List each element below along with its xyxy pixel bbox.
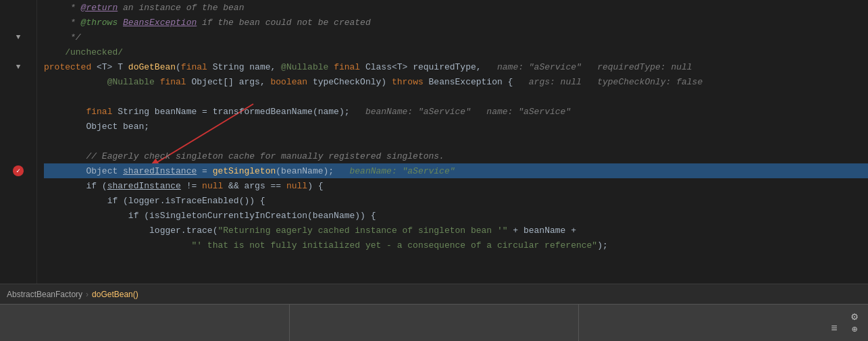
line6-bool: boolean [271,77,308,87]
code-line-6: @Nullable final Object[] args, boolean t… [44,74,868,89]
line16-logger: logger.trace( [149,226,218,236]
line17-string: "' that is not fully initialized yet - a… [191,240,597,251]
left-gutter: ▼ ▼ [0,0,37,284]
breadcrumb-class: AbstractBeanFactory [7,290,82,299]
line12-hint: beanName: "aService" [350,166,455,176]
line17-indent [44,240,191,251]
code-line-17: "' that is not fully initialized yet - a… [44,238,868,253]
line5-nullable: @Nullable [281,62,328,72]
gutter-row-15 [0,208,36,223]
line9-obj: Object bean; [86,122,149,132]
line13-neq: != [181,181,202,191]
code-line-10 [44,134,868,149]
line6-exception: BeansException { [424,77,529,87]
line6-space [155,77,160,87]
line12-args: (beanName); [276,166,349,176]
line6-args: Object[] args, [186,77,271,87]
line17-close: ); [597,240,608,251]
line3-close-comment: */ [44,32,81,43]
line12-eq: = [197,166,212,176]
bottom-bar: ⚙ ≡ ⊕ [0,304,868,341]
line5-string: String name, [207,62,281,72]
line4-indent [44,47,65,57]
line6-typecheck: typeCheckOnly) [307,77,392,87]
line11-indent [44,151,86,161]
fold-icon-3[interactable]: ▼ [16,33,21,41]
line12-shared: sharedInstance [123,166,197,176]
breakpoint-icon[interactable] [13,165,24,176]
code-line-9: Object bean; [44,119,868,134]
line1-text: an instance of the bean [118,3,244,13]
code-line-3: */ [44,30,868,45]
gutter-row-14 [0,193,36,208]
line2-desc: if the bean could not be created [197,18,370,28]
code-line-4: /unchecked/ [44,45,868,59]
code-lines: * @return an instance of the bean * @thr… [44,0,868,253]
line1-return: @return [81,3,118,13]
line13-null1: null [202,181,223,191]
breadcrumb-method: doGetBean() [92,290,138,299]
gutter-row-3: ▼ [0,30,36,45]
bottom-section-1 [0,305,290,341]
line5-method: doGetBean [128,62,176,72]
line2-space [118,18,123,28]
breadcrumb-separator: › [86,290,88,299]
line6-throws: throws [392,77,424,87]
line13-shared: sharedInstance [107,181,181,191]
line2-throws: @throws [81,18,118,28]
code-line-1: * @return an instance of the bean [44,0,868,15]
code-line-13: if ( sharedInstance != null && args == n… [44,178,868,193]
line11-comment: // Eagerly check singleton cache for man… [86,151,444,161]
line13-if: if ( [86,181,107,191]
line5-final1: final [181,62,207,72]
line16-indent [44,226,149,236]
gutter-row-2 [0,15,36,30]
bottom-sections: ⚙ ≡ ⊕ [0,305,868,341]
line13-null2: null [286,181,307,191]
code-line-14: if (logger.isTraceEnabled()) { [44,193,868,208]
list-icon[interactable]: ≡ [826,321,842,337]
line6-nullable: @Nullable [107,77,155,87]
line5-generic: <T> T [91,62,128,72]
line5-protected: protected [44,62,91,72]
gutter-row-8 [0,104,36,119]
code-line-2: * @throws BeansException if the bean cou… [44,15,868,30]
line8-indent [44,107,86,117]
line5-final2: final [334,62,360,72]
code-line-16: logger.trace( "Returning eagerly cached … [44,223,868,238]
line12-indent [44,166,86,176]
line8-string: String beanName = transformedBeanName(na… [112,107,365,117]
gutter-row-17 [0,238,36,253]
gutter-row-12[interactable] [0,163,36,178]
line16-concat: + beanName + [508,226,576,236]
line14-if: if (logger.isTraceEnabled()) { [107,196,265,206]
line12-obj: Object [86,166,123,176]
bottom-section-2 [290,305,580,341]
code-line-12: Object sharedInstance = getSingleton (be… [44,163,868,178]
code-line-8: final String beanName = transformedBeanN… [44,104,868,119]
fold-icon-5[interactable]: ▼ [16,63,21,71]
gutter-row-13 [0,178,36,193]
line5-space [328,62,334,72]
gutter-row-4 [0,45,36,59]
line13-indent [44,181,86,191]
editor-container: ▼ ▼ [0,0,868,341]
gutter-row-7 [0,89,36,104]
line15-if: if (isSingletonCurrentlyInCreation(beanN… [128,211,376,221]
bottom-section-3: ⚙ ≡ ⊕ [579,305,868,341]
line6-indent [44,77,107,87]
line8-hint: beanName: "aService" name: "aService" [365,107,571,117]
line6-final: final [160,77,186,87]
line5-hint: name: "aService" requiredType: null [497,62,692,72]
line5-paren: ( [176,62,181,72]
code-line-15: if (isSingletonCurrentlyInCreation(beanN… [44,208,868,223]
line1-prefix: * [44,3,81,13]
code-content: * @return an instance of the bean * @thr… [37,0,868,284]
gutter-row-11 [0,149,36,163]
line2-exception: BeansException [123,18,197,28]
gutter-row-1 [0,0,36,15]
status-bar: AbstractBeanFactory › doGetBean() [0,284,868,304]
zoom-icon[interactable]: ⊕ [846,321,863,337]
line2-prefix: * [44,18,81,28]
gutter-row-9 [0,119,36,134]
